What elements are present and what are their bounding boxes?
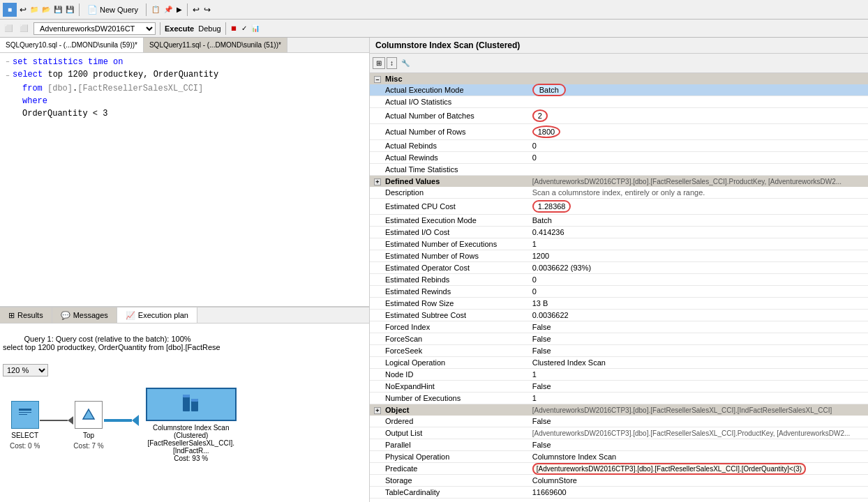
rows-highlight: 1800 <box>532 126 560 138</box>
code-line-2: – select top 1200 productkey, OrderQuant… <box>6 68 364 82</box>
cpu-cost-highlight: 1.28368 <box>532 200 571 213</box>
top-icon[interactable] <box>75 401 103 429</box>
toolbar-sep-db <box>160 22 160 35</box>
tab-messages[interactable]: 💬 Messages <box>52 307 117 323</box>
expand-misc-icon: – <box>374 76 381 83</box>
batch-highlight: Batch <box>532 84 566 96</box>
prop-est-operator-cost: Estimated Operator Cost 0.0036622 (93%) <box>370 262 868 274</box>
top-label: Top <box>83 432 94 439</box>
select-node: SELECT Cost: 0 % <box>10 401 40 450</box>
paste-btn[interactable]: 📌 <box>163 4 174 15</box>
prop-force-seek: ForceSeek False <box>370 345 868 357</box>
props-filter-btn[interactable]: 🔧 <box>398 58 412 68</box>
tab-execution-plan[interactable]: 📈 Execution plan <box>117 307 197 323</box>
save-all-btn[interactable]: 💾 <box>64 4 75 15</box>
code-line-3: from [dbo].[FactResellerSalesXL_CCI] <box>6 82 364 95</box>
save-btn[interactable]: 💾 <box>52 4 63 15</box>
tab-query10[interactable]: SQLQuery10.sql - (...DMOND\sunila (59))* <box>0 38 144 52</box>
prop-est-num-exec: Estimated Number of Executions 1 <box>370 238 868 250</box>
svg-rect-7 <box>191 399 198 402</box>
new-query-icon: 📄 <box>87 5 98 15</box>
prop-physical-op: Physical Operation Columnstore Index Sca… <box>370 451 868 463</box>
columnstore-icon-box <box>146 388 237 421</box>
undo-btn[interactable]: ↩ <box>18 3 28 16</box>
database-selector[interactable]: AdventureworksDW2016CT <box>33 22 156 35</box>
section-misc-header[interactable]: – Misc <box>370 73 868 84</box>
svg-rect-2 <box>19 414 27 415</box>
query-tabs: SQLQuery10.sql - (...DMOND\sunila (59))*… <box>0 38 369 53</box>
toolbar-sep-2 <box>225 22 226 35</box>
arrow-2 <box>104 415 139 426</box>
prop-actual-execution-mode: Actual Execution Mode Batch <box>370 84 868 96</box>
stop-btn[interactable]: ⏹ <box>230 24 237 32</box>
prop-est-io-cost: Estimated I/O Cost 0.414236 <box>370 227 868 238</box>
prop-actual-time-stats: Actual Time Statistics <box>370 164 868 176</box>
prop-actual-num-batches: Actual Number of Batches 2 <box>370 108 868 124</box>
prop-actual-rebinds: Actual Rebinds 0 <box>370 140 868 152</box>
sql-toolbar: ⬜ ⬜ AdventureworksDW2016CT Execute Debug… <box>0 20 868 38</box>
prop-est-num-rows: Estimated Number of Rows 1200 <box>370 250 868 262</box>
main-toolbar: ■ ↩ 📁 📂 💾 💾 📄 New Query 📋 📌 ▶ ↩ ↪ <box>0 0 868 20</box>
prop-noexpand: NoExpandHint False <box>370 381 868 393</box>
prop-parallel: Parallel False <box>370 439 868 451</box>
props-sort-btn[interactable]: ↕ <box>387 57 397 69</box>
columnstore-scan-node[interactable]: Columnstore Index Scan (Clustered)[FactR… <box>139 388 244 462</box>
expand-object-icon: + <box>374 407 381 414</box>
columnstore-label: Columnstore Index Scan (Clustered)[FactR… <box>139 424 244 462</box>
zoom-selector[interactable]: 120 % <box>3 364 48 376</box>
file-menu-icon[interactable]: ■ <box>3 3 17 17</box>
redo-btn[interactable]: ↪ <box>202 3 212 16</box>
parse-btn[interactable]: ✓ <box>241 24 247 32</box>
execute-button[interactable]: Execute <box>165 24 194 33</box>
top-cost: Cost: 7 % <box>73 442 103 450</box>
prop-description: Description Scan a columnstore index, en… <box>370 187 868 199</box>
toolbar-icon-2[interactable]: ⬜ <box>18 23 29 33</box>
top-node: Top Cost: 7 % <box>73 401 103 450</box>
props-grid-btn[interactable]: ⊞ <box>373 57 385 69</box>
columnstore-cost: Cost: 93 % <box>174 455 208 462</box>
results-area: ⊞ Results 💬 Messages 📈 Execution plan Qu… <box>0 307 369 502</box>
properties-table: – Misc Actual Execution Mode Batch Actua… <box>370 73 868 499</box>
prop-est-row-size: Estimated Row Size 13 B <box>370 298 868 310</box>
open-btn[interactable]: 📂 <box>40 4 52 15</box>
tab-results[interactable]: ⊞ Results <box>0 307 52 323</box>
prop-est-rewinds: Estimated Rewinds 0 <box>370 286 868 298</box>
prop-num-executions: Number of Executions 1 <box>370 393 868 404</box>
new-folder-btn[interactable]: 📁 <box>29 4 40 15</box>
predicate-highlight: [AdventureworksDW2016CTP3].[dbo].[FactRe… <box>532 463 806 475</box>
code-editor: – set statistics time on – select top 12… <box>0 53 369 307</box>
right-panel: Columnstore Index Scan (Clustered) ⊞ ↕ 🔧… <box>370 38 868 502</box>
code-line-5: OrderQuantity < 3 <box>6 107 364 120</box>
toolbar-icon-1[interactable]: ⬜ <box>3 23 14 33</box>
svg-rect-6 <box>183 395 190 397</box>
tab-query11[interactable]: SQLQuery11.sql - (...DMOND\sunila (51))* <box>144 38 287 52</box>
run-btn[interactable]: ▶ <box>175 4 184 15</box>
section-defined-values-header[interactable]: + Defined Values [AdventureworksDW2016CT… <box>370 176 868 188</box>
debug-button[interactable]: Debug <box>198 24 220 33</box>
copy-btn[interactable]: 📋 <box>150 4 161 15</box>
toolbar-group-1: ↩ 📁 📂 💾 💾 <box>18 3 75 16</box>
showplan-btn[interactable]: 📊 <box>251 24 260 32</box>
select-label: SELECT <box>11 432 38 439</box>
messages-icon: 💬 <box>61 311 70 320</box>
collapse-icon-2[interactable]: – <box>6 70 10 82</box>
code-line-4: where <box>6 95 364 107</box>
object-value: [AdventureworksDW2016CTP3].[dbo].[FactRe… <box>528 404 868 416</box>
prop-est-exec-mode: Estimated Execution Mode Batch <box>370 215 868 227</box>
expand-defined-icon: + <box>374 178 381 185</box>
prop-actual-rewinds: Actual Rewinds 0 <box>370 152 868 164</box>
defined-values-preview: [AdventureworksDW2016CTP3].[dbo].[FactRe… <box>528 176 868 188</box>
left-panel: SQLQuery10.sql - (...DMOND\sunila (59))*… <box>0 38 370 502</box>
new-query-button[interactable]: 📄 New Query <box>83 3 142 16</box>
prop-est-rebinds: Estimated Rebinds 0 <box>370 274 868 286</box>
zoom-control: 120 % <box>3 364 366 376</box>
select-icon[interactable] <box>11 401 39 429</box>
undo2-btn[interactable]: ↩ <box>191 3 201 16</box>
main-area: SQLQuery10.sql - (...DMOND\sunila (59))*… <box>0 38 868 502</box>
prop-table-cardinality: TableCardinality 11669600 <box>370 487 868 499</box>
collapse-icon-1[interactable]: – <box>6 56 10 68</box>
section-object-header[interactable]: + Object [AdventureworksDW2016CTP3].[dbo… <box>370 404 868 416</box>
svg-marker-3 <box>83 409 94 419</box>
results-icon: ⊞ <box>8 311 15 320</box>
select-cost: Cost: 0 % <box>10 442 40 450</box>
